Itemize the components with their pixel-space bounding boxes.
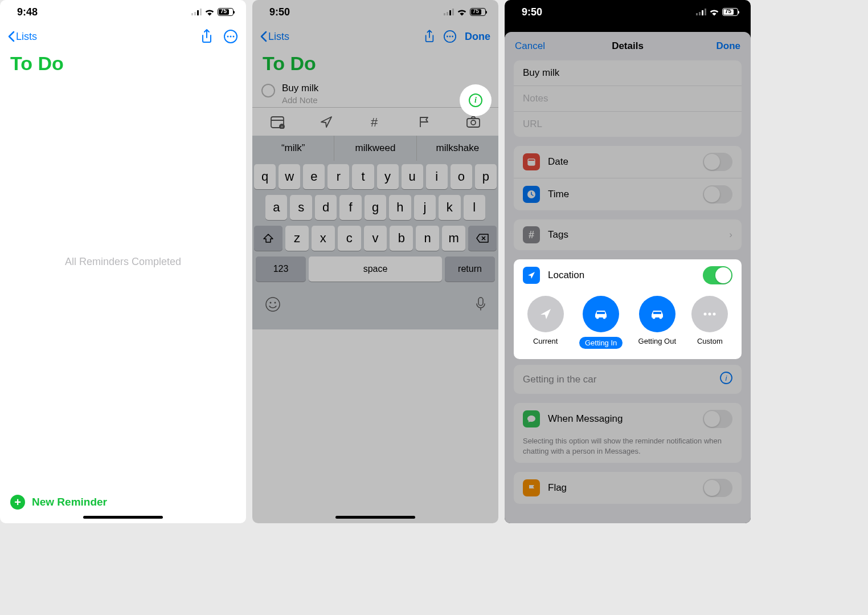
time-row[interactable]: Time — [514, 178, 742, 210]
date-toggle[interactable] — [703, 153, 732, 171]
key-s[interactable]: s — [290, 195, 312, 220]
back-button[interactable]: Lists — [8, 31, 37, 43]
numbers-key[interactable]: 123 — [256, 256, 306, 282]
phone-screen-3: 9:50 75 Cancel Details Done Buy milk Not… — [505, 0, 751, 523]
cellular-icon — [191, 9, 202, 15]
messaging-description: Selecting this option will show the remi… — [514, 435, 742, 463]
key-i[interactable]: i — [426, 164, 448, 189]
key-w[interactable]: w — [279, 164, 300, 189]
messaging-row[interactable]: When Messaging — [514, 403, 742, 435]
key-h[interactable]: h — [389, 195, 411, 220]
share-icon[interactable] — [424, 29, 435, 44]
location-arrow-icon[interactable] — [320, 115, 333, 129]
key-c[interactable]: c — [338, 226, 361, 251]
key-f[interactable]: f — [339, 195, 361, 220]
url-field[interactable]: URL — [514, 112, 742, 137]
svg-point-6 — [230, 36, 232, 38]
reminder-title-field[interactable]: Buy milk — [514, 60, 742, 86]
empty-state: All Reminders Completed — [65, 256, 181, 268]
info-icon: i — [469, 93, 482, 107]
key-e[interactable]: e — [303, 164, 325, 189]
home-indicator[interactable] — [335, 516, 415, 519]
reminder-checkbox[interactable] — [261, 84, 275, 97]
home-indicator[interactable] — [83, 516, 163, 519]
key-u[interactable]: u — [402, 164, 423, 189]
key-b[interactable]: b — [390, 226, 413, 251]
date-row[interactable]: Date — [514, 146, 742, 178]
loc-getting-in[interactable]: Getting In — [579, 296, 623, 349]
status-icons: 75 — [444, 8, 486, 16]
key-p[interactable]: p — [475, 164, 497, 189]
suggestion-3[interactable]: milkshake — [417, 136, 498, 161]
messaging-toggle[interactable] — [703, 410, 732, 428]
chevron-left-icon — [260, 31, 267, 42]
return-key[interactable]: return — [445, 256, 495, 282]
loc-custom[interactable]: Custom — [691, 296, 728, 349]
loc-getting-out[interactable]: Getting Out — [638, 296, 676, 349]
cellular-icon — [444, 9, 454, 15]
svg-point-24 — [270, 302, 272, 304]
ellipsis-icon — [691, 296, 728, 332]
mic-icon[interactable] — [476, 296, 486, 311]
key-k[interactable]: k — [439, 195, 460, 220]
more-icon[interactable] — [223, 29, 238, 44]
suggestion-2[interactable]: milkweed — [334, 136, 416, 161]
key-g[interactable]: g — [365, 195, 386, 220]
getting-in-car-row[interactable]: Getting in the car i — [514, 365, 742, 394]
svg-point-25 — [275, 302, 276, 304]
flag-toggle[interactable] — [703, 479, 732, 497]
suggestion-1[interactable]: “milk” — [252, 136, 334, 161]
location-options: Current Getting In Getting Out Custom — [514, 291, 742, 349]
space-key[interactable]: space — [309, 256, 442, 282]
reminder-title-input[interactable]: Buy milk — [282, 83, 489, 94]
backspace-key[interactable] — [468, 226, 497, 251]
location-toggle[interactable] — [703, 266, 732, 284]
new-reminder-button[interactable]: + New Reminder — [10, 495, 107, 510]
tags-label: Tags — [548, 229, 568, 241]
info-icon[interactable]: i — [720, 372, 732, 387]
flag-row[interactable]: Flag — [514, 472, 742, 504]
key-t[interactable]: t — [352, 164, 374, 189]
done-button[interactable]: Done — [465, 31, 490, 43]
tags-row[interactable]: # Tags › — [514, 219, 742, 250]
key-j[interactable]: j — [414, 195, 436, 220]
key-x[interactable]: x — [312, 226, 335, 251]
done-button[interactable]: Done — [716, 40, 741, 52]
time-toggle[interactable] — [703, 185, 732, 203]
key-y[interactable]: y — [377, 164, 399, 189]
svg-point-13 — [447, 36, 448, 38]
emoji-icon[interactable] — [265, 296, 281, 312]
key-v[interactable]: v — [364, 226, 387, 251]
add-note-placeholder[interactable]: Add Note — [282, 95, 489, 105]
arrow-icon — [527, 296, 564, 332]
back-button[interactable]: Lists — [260, 31, 289, 43]
tag-icon[interactable]: # — [369, 115, 382, 129]
share-icon[interactable] — [200, 28, 213, 44]
key-a[interactable]: a — [265, 195, 287, 220]
key-o[interactable]: o — [451, 164, 472, 189]
svg-rect-11 — [452, 9, 454, 15]
loc-current[interactable]: Current — [527, 296, 564, 349]
cancel-button[interactable]: Cancel — [515, 40, 545, 52]
battery-icon: 75 — [218, 8, 234, 16]
shift-key[interactable] — [254, 226, 282, 251]
flag-icon[interactable] — [417, 115, 431, 129]
calendar-icon[interactable]: + — [270, 115, 285, 129]
status-time: 9:50 — [522, 6, 542, 18]
svg-point-22 — [471, 120, 476, 125]
notes-field[interactable]: Notes — [514, 86, 742, 112]
key-r[interactable]: r — [327, 164, 349, 189]
key-m[interactable]: m — [442, 226, 465, 251]
sheet-title: Details — [612, 40, 644, 52]
key-z[interactable]: z — [285, 226, 309, 251]
location-row[interactable]: Location — [514, 259, 742, 291]
svg-rect-27 — [696, 13, 698, 15]
key-d[interactable]: d — [315, 195, 337, 220]
key-q[interactable]: q — [254, 164, 276, 189]
camera-icon[interactable] — [466, 116, 481, 128]
key-n[interactable]: n — [416, 226, 439, 251]
more-icon[interactable] — [443, 30, 457, 43]
info-button-highlight[interactable]: i — [460, 84, 492, 116]
key-l[interactable]: l — [464, 195, 485, 220]
messaging-label: When Messaging — [548, 413, 623, 425]
